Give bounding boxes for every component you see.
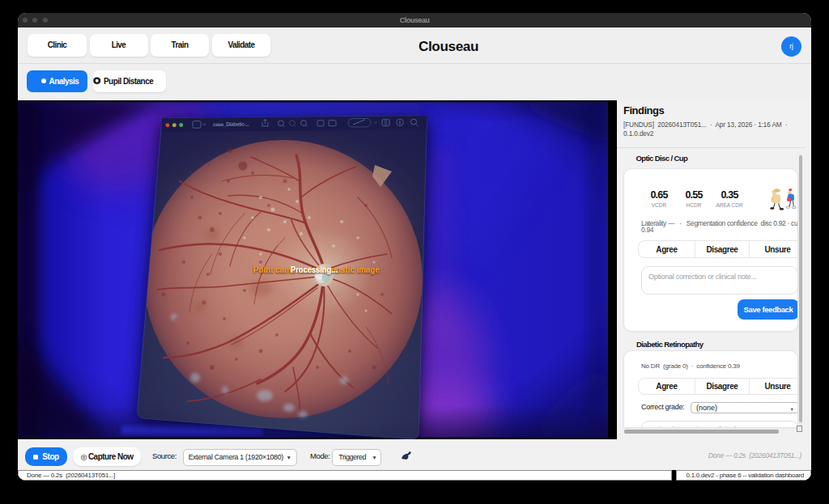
svg-text:Processing...: Processing... <box>291 265 338 274</box>
